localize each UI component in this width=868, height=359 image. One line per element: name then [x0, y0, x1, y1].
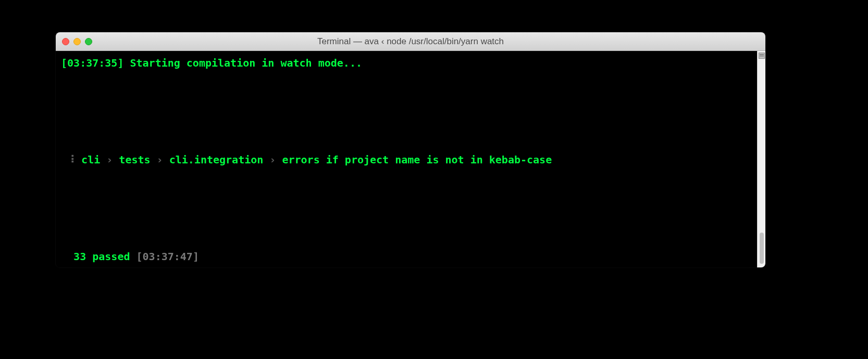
test-name-text: errors if project name is not in kebab-c…	[282, 153, 552, 166]
blank-line	[61, 216, 752, 233]
output-line-test: ⠸ cli › tests › cli.integration › errors…	[61, 152, 752, 168]
chevron-right-icon: ›	[263, 153, 282, 166]
chevron-right-icon: ›	[100, 153, 119, 166]
spinner-icon: ⠸	[61, 153, 81, 166]
terminal-content[interactable]: [03:37:35] Starting compilation in watch…	[56, 51, 757, 267]
blank-line	[61, 184, 752, 200]
minimize-icon[interactable]	[73, 38, 81, 45]
timestamp-bracket-close: ]	[117, 57, 123, 69]
breadcrumb-seg-integration: cli.integration	[169, 153, 264, 166]
window-title: Terminal — ava ‹ node /usr/local/bin/yar…	[56, 36, 765, 47]
titlebar[interactable]: Terminal — ava ‹ node /usr/local/bin/yar…	[56, 32, 765, 51]
scroll-top-icon[interactable]	[759, 53, 765, 59]
output-line-passed: 33 passed [03:37:47]	[61, 249, 752, 265]
blank-line	[61, 120, 752, 136]
timestamp-end: [03:37:47]	[137, 250, 199, 263]
output-line-compilation: [03:37:35] Starting compilation in watch…	[61, 55, 752, 71]
passed-count: 33 passed	[73, 250, 136, 263]
breadcrumb-seg-tests: tests	[119, 153, 150, 166]
breadcrumb-seg-cli: cli	[81, 153, 100, 166]
terminal-body: [03:37:35] Starting compilation in watch…	[56, 51, 765, 267]
pad	[61, 250, 73, 263]
timestamp-bracket-open: [	[61, 57, 67, 69]
traffic-lights	[62, 38, 92, 45]
compilation-message: Starting compilation in watch mode...	[123, 57, 362, 69]
scrollbar[interactable]	[757, 51, 765, 267]
maximize-icon[interactable]	[85, 38, 92, 45]
timestamp-start: 03:37:35	[67, 57, 117, 69]
scroll-thumb[interactable]	[760, 233, 764, 264]
blank-line	[61, 87, 752, 104]
chevron-right-icon: ›	[151, 153, 169, 166]
close-icon[interactable]	[62, 38, 69, 45]
terminal-window: Terminal — ava ‹ node /usr/local/bin/yar…	[56, 32, 765, 267]
